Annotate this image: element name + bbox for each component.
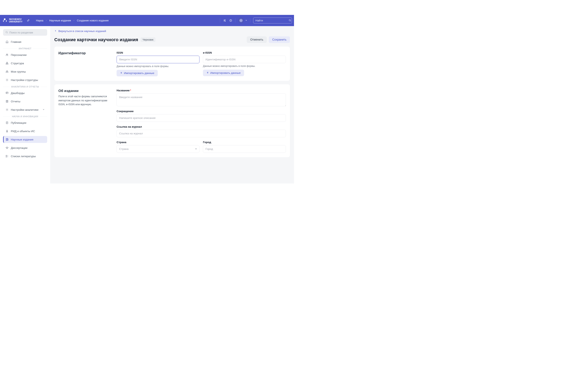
svg-point-2 xyxy=(225,21,225,21)
gear-icon xyxy=(6,78,9,82)
sidebar-item-people[interactable]: Персоналии xyxy=(3,51,47,58)
dashboard-icon xyxy=(6,92,9,95)
sidebar-item-groups[interactable]: Мои группы xyxy=(3,68,47,75)
svg-rect-25 xyxy=(6,155,7,156)
help-icon[interactable] xyxy=(229,19,232,22)
user-menu[interactable] xyxy=(238,18,247,24)
graduation-icon xyxy=(6,146,9,150)
sidebar-item-label: Персоналии xyxy=(11,53,26,57)
issn-label: ISSN xyxy=(117,51,199,54)
eissn-hint: Данные можно импортировать в поля формы. xyxy=(203,65,286,67)
people-icon xyxy=(6,53,9,57)
svg-rect-19 xyxy=(6,92,8,94)
eissn-input[interactable] xyxy=(203,56,286,63)
link-input[interactable] xyxy=(117,130,286,137)
issn-hint: Данные можно импортировать в поля формы. xyxy=(117,65,199,68)
city-input[interactable] xyxy=(203,145,286,153)
chevron-down-icon xyxy=(43,108,45,111)
book-icon xyxy=(6,100,9,103)
import-eissn-button[interactable]: Импортировать данные xyxy=(203,70,244,76)
breadcrumb: Наука Научные издания Создание нового из… xyxy=(36,19,109,22)
sidebar-item-label: Дашборды xyxy=(11,91,25,95)
abbr-input[interactable] xyxy=(117,114,286,122)
settings-sliders-icon[interactable] xyxy=(223,19,226,22)
sidebar-item-structure-settings[interactable]: Настройки структуры xyxy=(3,76,47,83)
svg-rect-12 xyxy=(7,62,8,63)
logo[interactable]: SECHENOV UNIVERSITY xyxy=(2,18,22,24)
svg-point-18 xyxy=(7,80,8,80)
groups-icon xyxy=(6,70,9,73)
sidebar-item-home[interactable]: Главная xyxy=(3,38,47,45)
search-icon xyxy=(289,19,291,22)
city-label: Город xyxy=(203,141,286,144)
list-icon xyxy=(6,155,9,158)
import-issn-button[interactable]: Импортировать данные xyxy=(117,70,158,76)
sidebar-item-label: Списки литературы xyxy=(11,155,36,158)
sidebar-item-dashboards[interactable]: Дашборды xyxy=(3,90,47,96)
divider xyxy=(235,18,235,23)
svg-point-6 xyxy=(240,20,242,21)
sidebar-item-analytics-settings[interactable]: Настройки аналитики xyxy=(3,106,47,113)
sidebar-item-label: Отчеты xyxy=(11,100,20,103)
svg-point-10 xyxy=(6,54,7,55)
chevron-left-icon xyxy=(54,30,57,33)
sidebar-item-label: Публикации xyxy=(11,121,26,124)
back-link[interactable]: Вернуться в список научных изданий xyxy=(54,30,290,33)
gear-icon xyxy=(6,108,9,111)
svg-point-7 xyxy=(241,20,241,21)
issn-input[interactable] xyxy=(117,56,199,63)
name-input[interactable] xyxy=(117,93,286,106)
title-bar: Создание карточки научного издания Черно… xyxy=(54,36,290,43)
search-icon xyxy=(5,31,8,34)
page-title: Создание карточки научного издания xyxy=(54,37,138,42)
sidebar-search-input[interactable] xyxy=(9,31,45,34)
svg-point-11 xyxy=(7,54,8,55)
sidebar-item-journals[interactable]: Научные издания xyxy=(3,136,47,143)
divider xyxy=(250,18,251,23)
country-select[interactable] xyxy=(117,145,199,153)
sidebar-item-label: РИД и объекты ИС xyxy=(11,129,35,133)
svg-rect-23 xyxy=(6,138,7,141)
save-button[interactable]: Сохранить xyxy=(269,36,290,43)
logo-text: SECHENOV UNIVERSITY xyxy=(9,18,22,23)
global-search-input[interactable] xyxy=(255,19,289,22)
svg-rect-14 xyxy=(7,64,8,64)
sidebar-item-label: Диссертации xyxy=(11,146,27,150)
sidebar-item-structure[interactable]: Структура xyxy=(3,60,47,67)
app-header: SECHENOV UNIVERSITY Наука Научные издани… xyxy=(0,15,294,26)
breadcrumb-science[interactable]: Наука xyxy=(36,19,43,22)
cancel-button[interactable]: Отменить xyxy=(247,36,267,43)
link-label: Ссылка на журнал xyxy=(117,125,286,128)
sidebar-item-rid[interactable]: РИД и объекты ИС xyxy=(3,128,47,134)
chevron-right-icon xyxy=(73,19,75,22)
svg-rect-24 xyxy=(7,138,8,141)
sidebar-item-bibliography[interactable]: Списки литературы xyxy=(3,153,47,160)
svg-point-9 xyxy=(6,31,7,33)
sidebar-section-analytics: АНАЛИТИКА И ОТЧЕТЫ xyxy=(3,85,47,88)
header-right xyxy=(220,17,292,24)
document-icon xyxy=(6,121,9,124)
sidebar-item-label: Настройки структуры xyxy=(11,78,38,82)
svg-point-0 xyxy=(225,20,225,20)
home-icon xyxy=(6,40,9,43)
divider xyxy=(220,18,220,23)
chevron-down-icon xyxy=(245,19,247,22)
global-search[interactable] xyxy=(253,17,292,24)
double-chevron-down-icon xyxy=(120,72,122,75)
pin-icon[interactable] xyxy=(26,19,30,22)
sidebar-item-dissertations[interactable]: Диссертации xyxy=(3,144,47,151)
sidebar-item-reports[interactable]: Отчеты xyxy=(3,98,47,105)
card-about: Об издании Поля в этой части формы запол… xyxy=(54,84,290,157)
section-description: Поля в этой части формы заполняются импо… xyxy=(58,94,112,106)
eissn-label: e-ISSN xyxy=(203,51,286,54)
browser-chrome-gap xyxy=(0,0,294,15)
sidebar-search[interactable] xyxy=(3,29,47,36)
svg-point-20 xyxy=(7,109,8,110)
double-chevron-down-icon xyxy=(207,71,209,75)
sidebar-item-label: Мои группы xyxy=(11,70,26,73)
sidebar-item-publications[interactable]: Публикации xyxy=(3,119,47,126)
breadcrumb-publications[interactable]: Научные издания xyxy=(49,19,71,22)
back-link-label: Вернуться в список научных изданий xyxy=(58,30,106,33)
card-identifier: Идентификатор ISSN Данные можно импортир… xyxy=(54,47,290,81)
sidebar-item-label: Структура xyxy=(11,62,24,65)
